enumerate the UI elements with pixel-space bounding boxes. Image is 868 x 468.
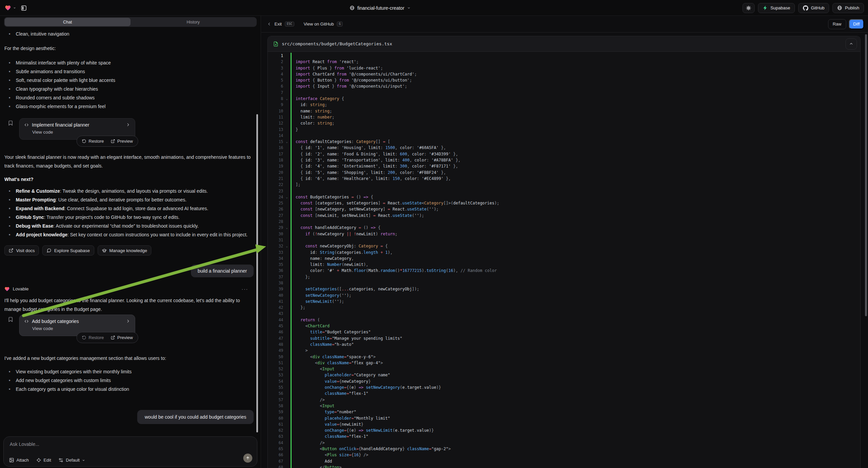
version-card-implement-financial-planner[interactable]: Implement financial planner View code Re… [19,118,135,140]
send-button[interactable] [243,454,252,463]
code-text: limit: number; [290,114,860,120]
fold-chevron-icon[interactable]: ⌄ [283,194,290,200]
code-line: 13} [268,126,860,133]
exit-button[interactable]: Exit ESC [267,22,294,27]
code-line: 61 value={newLimit} [268,421,860,428]
preview-button[interactable]: Preview [111,137,133,146]
fold-gutter [283,59,290,65]
chat-scrollbar[interactable] [256,114,258,432]
fold-gutter [283,218,290,225]
code-line: 48 className="h-auto" [268,342,860,348]
manage-knowledge-button[interactable]: Manage knowledge [98,245,152,256]
code-line: 42 }; [268,304,860,311]
code-line: 22]; [268,182,860,188]
view-code-link[interactable]: View code [32,129,130,135]
fold-chevron-icon[interactable]: ⌄ [283,139,290,145]
code-text: setCategories([...categories, newCategor… [290,286,860,292]
line-number: 18 [268,157,283,163]
code-line: 12 color: string; [268,120,860,126]
supabase-button[interactable]: Supabase [758,3,795,13]
code-line: 45 <ChartCard [268,323,860,329]
settings-button[interactable] [743,3,754,13]
code-line: 35 limit: Number(newLimit), [268,262,860,268]
project-switcher[interactable]: financial-future-creator [350,0,411,16]
line-number: 63 [268,433,283,439]
code-text: className="h-auto" [290,342,860,348]
fold-gutter [283,274,290,280]
code-line: 30 if (!newCategory || !newLimit) return… [268,231,860,237]
whats-next-heading: What's next? [4,175,256,184]
fold-gutter [283,415,290,421]
restore-preview-toolbar: Restore Preview [76,136,138,147]
fold-gutter [283,397,290,403]
attach-button[interactable]: Attach [9,458,29,463]
line-number: 32 [268,243,283,249]
chat-input[interactable] [10,441,251,451]
bookmark-icon[interactable] [8,317,13,322]
code-text: { id: '1', name: 'Housing', limit: 1500,… [290,145,860,151]
line-number: 35 [268,262,283,268]
explore-supabase-button[interactable]: Explore Supabase [42,245,94,256]
code-line: 57 /> [268,397,860,403]
chat-composer: Attach Edit Default [3,436,257,467]
version-card-add-budget-categories[interactable]: Add budget categories View code Restore … [19,315,135,336]
chevron-up-icon [849,41,854,46]
chat-message-list[interactable]: Clean, intuitive navigation For the desi… [0,28,261,434]
added-bullet-list: View existing budget categories with the… [4,367,256,393]
code-line: 5import { Button } from '@/components/ui… [268,77,860,83]
code-scrollbar[interactable] [865,34,867,316]
code-text: name: newCategory, [290,256,860,262]
line-number: 36 [268,268,283,273]
panel-toggle-icon[interactable] [21,5,27,11]
fold-chevron-icon[interactable]: ⌄ [283,96,290,102]
tab-history[interactable]: History [130,18,256,26]
line-number: 46 [268,329,283,335]
bullet-item: Minimalist interface with plenty of whit… [4,58,256,67]
fold-gutter [283,390,290,397]
lovable-logo-icon[interactable] [5,5,11,11]
code-line: 56 className="flex-1" [268,390,860,397]
mode-selector[interactable]: Default [58,458,85,463]
tab-chat[interactable]: Chat [5,18,130,26]
fold-chevron-icon[interactable]: ⌄ [283,225,290,231]
assistant-paragraph: I'll help you add budget categories to t… [4,296,253,314]
code-editor[interactable]: 12import React from 'react';3import { Pl… [268,52,860,468]
code-text [290,53,860,59]
restore-button[interactable]: Restore [82,137,104,146]
edit-mode-button[interactable]: Edit [36,458,51,463]
preview-button[interactable]: Preview [111,333,133,342]
code-text [290,311,860,317]
fold-gutter [283,360,290,366]
code-line: 25 const [categories, setCategories] = R… [268,200,860,206]
code-line: 24⌄const BudgetCategories = () => { [268,194,860,200]
file-card-header[interactable]: src/components/budget/BudgetCategories.t… [268,36,860,52]
line-number: 59 [268,409,283,415]
code-text: import ChartCard from '@/components/ui/C… [290,71,860,77]
chevron-right-icon[interactable] [126,319,130,323]
code-text: { id: '6', name: 'Healthcare', limit: 15… [290,176,860,182]
workspace-chevron-down-icon[interactable] [13,6,16,9]
view-code-link[interactable]: View code [32,326,130,332]
restore-button[interactable]: Restore [82,333,104,342]
graduation-cap-icon [102,248,107,253]
external-link-icon [9,248,13,253]
collapse-file-button[interactable] [845,38,857,50]
github-button[interactable]: GitHub [798,3,829,13]
view-on-github-button[interactable]: View on GitHub G [304,22,343,27]
fold-chevron-icon[interactable]: ⌄ [283,243,290,249]
diff-toggle-button[interactable]: Diff [849,19,864,29]
visit-docs-button[interactable]: Visit docs [4,245,39,256]
more-options-icon[interactable]: ··· [242,285,248,293]
bullet-item: Clean typography with clear hierarchies [4,85,256,93]
raw-toggle-button[interactable]: Raw [828,19,846,29]
code-line: 31 [268,237,860,243]
bullet-item: Clean, intuitive navigation [4,30,256,38]
code-text: import { Button } from '@/components/ui/… [290,77,860,83]
fold-gutter [283,90,290,96]
code-text: import React from 'react'; [290,59,860,65]
bookmark-icon[interactable] [8,120,13,126]
fold-gutter [283,83,290,89]
code-line: 21 { id: '6', name: 'Healthcare', limit:… [268,176,860,182]
publish-button[interactable]: Publish [832,3,864,13]
chevron-right-icon[interactable] [126,122,130,127]
